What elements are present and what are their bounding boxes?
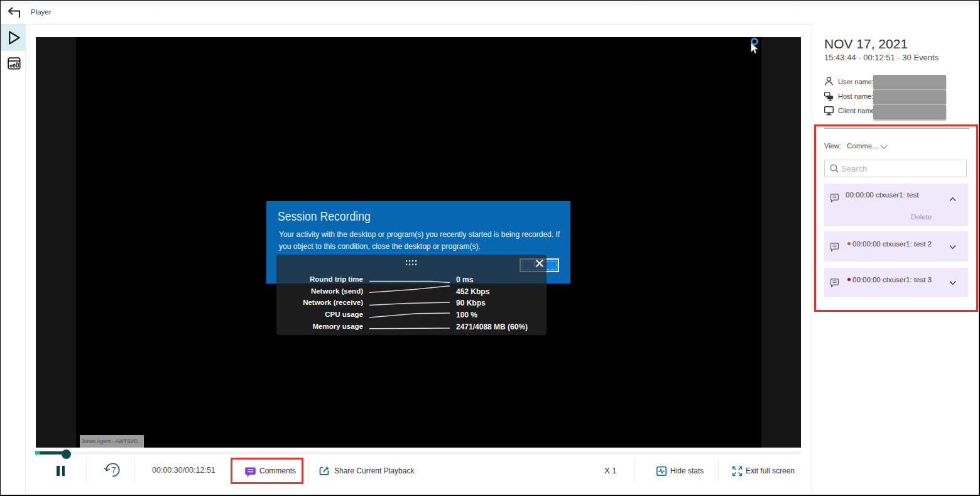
svg-text:7: 7 [111, 465, 116, 475]
